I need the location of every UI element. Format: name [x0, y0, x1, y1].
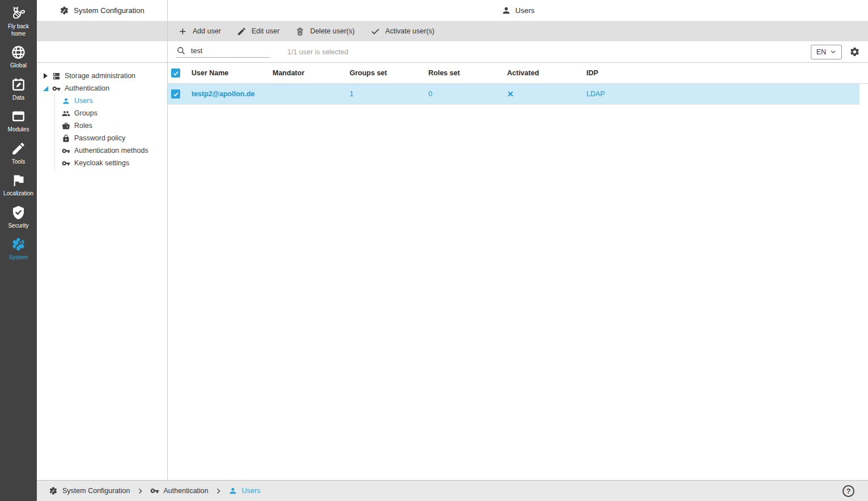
tree-item-groups[interactable]: Groups [62, 107, 167, 119]
breadcrumb-authentication[interactable]: Authentication [150, 486, 209, 495]
language-dropdown[interactable]: EN [811, 45, 842, 59]
tree-item-authentication-methods[interactable]: Authentication methods [62, 144, 167, 157]
column-header-roles-set[interactable]: Roles set [428, 69, 507, 77]
app-rail: Fly back home Global Data [0, 0, 37, 501]
pencil-icon [237, 27, 246, 36]
language-value: EN [816, 48, 826, 56]
breadcrumb-system-configuration[interactable]: System Configuration [49, 486, 130, 495]
app-root: Fly back home Global Data [0, 0, 868, 501]
status-bar: System Configuration Authentication [37, 480, 868, 501]
modules-box-icon [11, 109, 26, 124]
tree-item-storage-administration[interactable]: Storage administration [42, 70, 167, 82]
column-header-activated[interactable]: Activated [507, 69, 586, 77]
search-box[interactable] [176, 46, 270, 58]
tree-item-label: Storage administration [65, 72, 135, 80]
rail-item-fly-back-home[interactable]: Fly back home [1, 6, 36, 37]
rail-item-label: Security [8, 222, 28, 230]
tree-children-authentication: Users Groups Roles [54, 95, 167, 169]
trash-icon [295, 27, 305, 36]
rail-item-data[interactable]: Data [1, 77, 36, 102]
tree-item-users[interactable]: Users [62, 95, 167, 107]
row-checkbox[interactable] [171, 89, 180, 99]
help-button[interactable]: ? [843, 485, 854, 497]
search-right-controls: EN [811, 45, 860, 59]
pencil-icon [11, 141, 26, 156]
group-icon [62, 109, 70, 118]
briefcase-icon [62, 122, 70, 130]
person-icon [501, 6, 511, 15]
rail-item-system[interactable]: System [1, 237, 36, 262]
gear-icon [849, 46, 860, 57]
tree-expander-collapsed[interactable] [42, 73, 48, 79]
tree-item-label: Users [74, 97, 93, 105]
edit-user-button[interactable]: Edit user [229, 21, 287, 41]
chevron-right-icon [215, 487, 222, 495]
tree-item-keycloak-settings[interactable]: Keycloak settings [62, 157, 167, 169]
search-input[interactable] [191, 47, 265, 55]
column-header-mandator[interactable]: Mandator [273, 69, 350, 77]
table-settings-button[interactable] [849, 46, 860, 57]
rail-item-label: Data [12, 95, 24, 102]
button-label: Delete user(s) [310, 27, 355, 35]
rail-item-label: Modules [8, 126, 29, 134]
column-header-idp[interactable]: IDP [586, 69, 868, 77]
search-spacer [37, 41, 168, 63]
delete-users-button[interactable]: Delete user(s) [287, 21, 363, 41]
search-row: 1/1 user is selected EN [168, 41, 868, 63]
cell-idp: LDAP [586, 90, 860, 98]
calendar-edit-icon [11, 77, 26, 92]
column-header-user-name[interactable]: User Name [192, 69, 273, 77]
lock-icon [62, 134, 70, 143]
main-header: Users [168, 0, 868, 21]
cell-groups-set: 1 [350, 90, 428, 98]
key-icon [150, 486, 159, 495]
tree-expander-expanded[interactable] [42, 86, 48, 91]
tree-item-roles[interactable]: Roles [62, 119, 167, 132]
gear-wrench-icon [59, 6, 69, 15]
tree-item-password-policy[interactable]: Password policy [62, 132, 167, 144]
button-label: Add user [193, 27, 221, 35]
rail-item-tools[interactable]: Tools [1, 141, 36, 166]
key-icon [62, 159, 70, 168]
cell-roles-set: 0 [428, 90, 507, 98]
flag-icon [11, 173, 26, 188]
select-all-checkbox[interactable] [171, 68, 180, 78]
gear-wrench-icon [11, 237, 26, 252]
tree-item-label: Roles [74, 122, 92, 130]
tree-item-label: Keycloak settings [74, 159, 129, 167]
rail-item-security[interactable]: Security [1, 205, 36, 230]
toolbar: Add user Edit user Delete user(s) Activa… [168, 21, 868, 41]
tree-item-authentication[interactable]: Authentication [42, 82, 167, 95]
key-icon [62, 147, 70, 155]
tree-item-label: Authentication methods [74, 147, 148, 155]
add-user-button[interactable]: Add user [170, 21, 229, 41]
bee-icon [11, 6, 26, 21]
storage-icon [52, 72, 61, 80]
cell-user-name: testp2@apollon.de [192, 90, 273, 98]
breadcrumb-label: System Configuration [62, 487, 130, 495]
check-icon [173, 91, 179, 97]
chevron-right-icon [137, 487, 144, 495]
rail-item-localization[interactable]: Localization [1, 173, 36, 198]
users-table: User Name Mandator Groups set Roles set … [168, 63, 868, 480]
rail-item-label: Global [10, 62, 27, 70]
rail-item-global[interactable]: Global [1, 45, 36, 70]
question-mark-icon: ? [846, 487, 851, 495]
person-icon [62, 97, 70, 105]
rail-item-modules[interactable]: Modules [1, 109, 36, 134]
button-label: Edit user [252, 27, 279, 35]
search-icon [176, 46, 186, 55]
panel-header: System Configuration [37, 0, 168, 21]
table-header-row: User Name Mandator Groups set Roles set … [168, 63, 868, 84]
rail-item-label: System [9, 254, 28, 262]
check-icon [371, 27, 380, 36]
globe-icon [11, 45, 26, 60]
table-row[interactable]: testp2@apollon.de 1 0 ✕ LDAP [168, 84, 860, 105]
column-header-groups-set[interactable]: Groups set [350, 69, 428, 77]
content-area: System Configuration Users Add user Edit… [37, 0, 868, 501]
deactivated-x-icon: ✕ [507, 89, 586, 99]
panel-title: System Configuration [74, 6, 144, 15]
tree-item-label: Groups [74, 109, 97, 117]
breadcrumb-users[interactable]: Users [228, 486, 261, 495]
activate-users-button[interactable]: Activate user(s) [363, 21, 442, 41]
